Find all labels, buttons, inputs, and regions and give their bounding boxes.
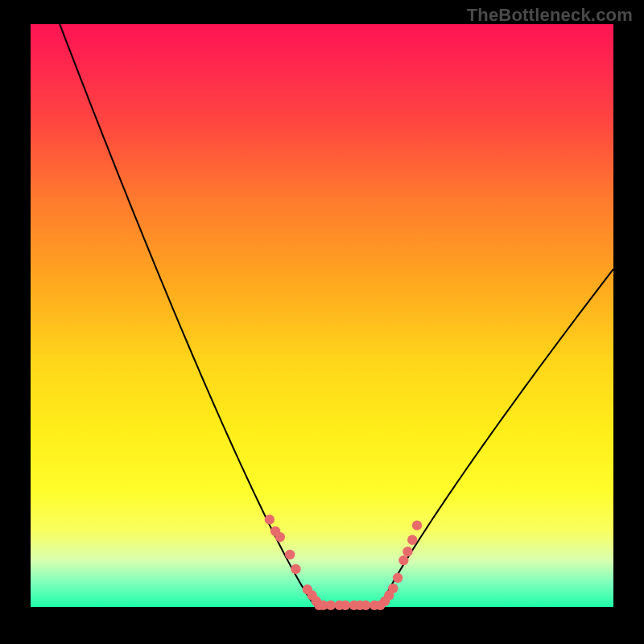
svg-rect-0 bbox=[31, 24, 613, 607]
data-point bbox=[341, 601, 350, 610]
data-point bbox=[398, 555, 408, 565]
data-point bbox=[388, 584, 398, 593]
data-point bbox=[402, 547, 412, 556]
data-point bbox=[326, 601, 336, 610]
data-point bbox=[393, 573, 402, 583]
bottleneck-curve-chart bbox=[0, 0, 644, 644]
data-point bbox=[407, 535, 417, 545]
data-point bbox=[291, 564, 300, 574]
data-point bbox=[265, 514, 275, 524]
data-point bbox=[285, 550, 295, 559]
data-point bbox=[361, 601, 370, 610]
data-point bbox=[412, 520, 422, 530]
data-point bbox=[275, 532, 285, 542]
